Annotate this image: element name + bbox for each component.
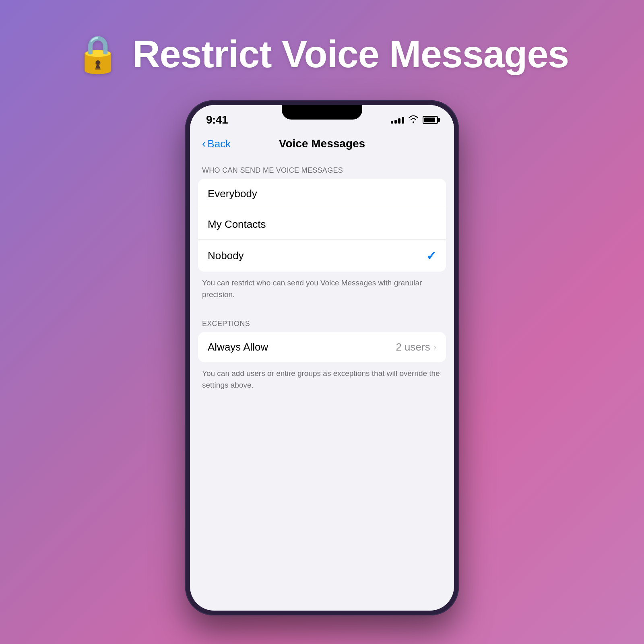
who-section-label: WHO CAN SEND ME VOICE MESSAGES [190,158,454,179]
always-allow-right: 2 users › [396,341,436,353]
list-item-my-contacts[interactable]: My Contacts [198,209,446,240]
signal-bar-3 [398,118,400,124]
nobody-label: Nobody [208,250,244,262]
nav-title: Voice Messages [279,137,365,150]
everybody-label: Everybody [208,188,257,200]
selected-checkmark-icon: ✓ [426,249,436,263]
signal-bars-icon [391,117,404,124]
my-contacts-label: My Contacts [208,218,266,231]
page-header: 🔒 Restrict Voice Messages [75,32,569,76]
always-allow-label: Always Allow [208,341,268,353]
phone-screen: 9:41 [190,105,454,611]
battery-fill [424,118,435,122]
wifi-icon [408,115,419,125]
page-title: Restrict Voice Messages [132,32,569,76]
lock-icon: 🔒 [75,33,120,75]
list-item-nobody[interactable]: Nobody ✓ [198,240,446,272]
chevron-right-icon: › [433,342,436,353]
exceptions-list-group: Always Allow 2 users › [198,332,446,362]
back-button[interactable]: ‹ Back [202,137,231,150]
phone-frame: 9:41 [185,100,459,615]
status-icons [391,115,438,125]
nav-bar: ‹ Back Voice Messages [190,129,454,158]
signal-bar-2 [394,120,397,124]
who-section-footer: You can restrict who can send you Voice … [190,272,454,312]
who-list-group: Everybody My Contacts Nobody ✓ [198,179,446,272]
back-label[interactable]: Back [207,138,231,150]
list-item-everybody[interactable]: Everybody [198,179,446,209]
notch [282,105,362,120]
content-area: WHO CAN SEND ME VOICE MESSAGES Everybody… [190,158,454,402]
exceptions-section-footer: You can add users or entire groups as ex… [190,362,454,402]
always-allow-count: 2 users [396,341,430,353]
battery-icon [423,116,438,124]
exceptions-section-label: EXCEPTIONS [190,312,454,332]
back-chevron-icon: ‹ [202,137,206,150]
status-time: 9:41 [206,114,228,126]
signal-bar-1 [391,121,393,124]
always-allow-item[interactable]: Always Allow 2 users › [198,332,446,362]
signal-bar-4 [402,117,404,124]
